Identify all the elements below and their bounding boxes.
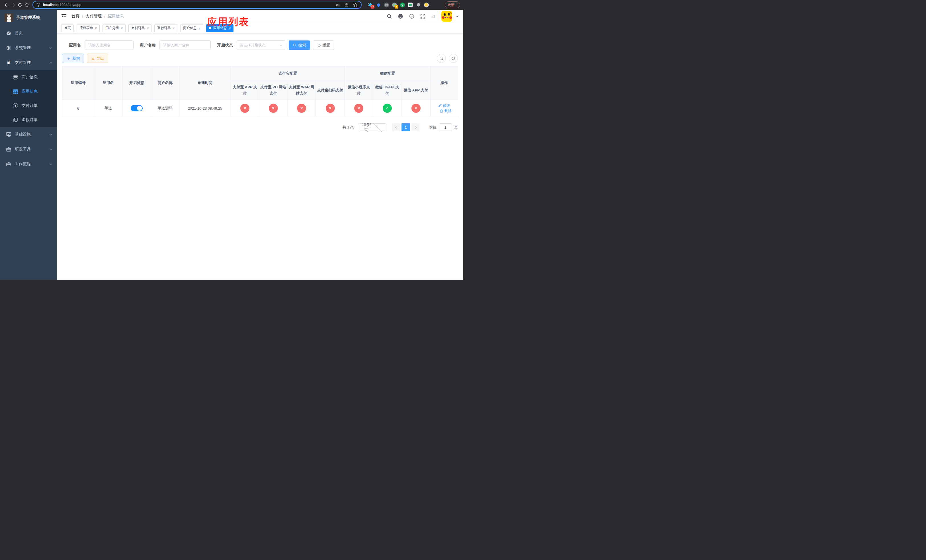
tab-pay-order[interactable]: 支付订单× — [129, 24, 151, 32]
app-logo-row[interactable]: 芋道管理系统 — [0, 10, 57, 26]
help-icon[interactable]: ? — [409, 14, 414, 19]
delete-link[interactable]: 删除 — [440, 108, 452, 114]
app-table: 应用编号 应用名 开启状态 商户名称 创建时间 支付宝配置 微信配置 操作 支付… — [62, 66, 458, 117]
kebab-menu-icon — [457, 3, 458, 6]
status-toggle[interactable] — [131, 105, 143, 111]
add-button[interactable]: ＋ 新增 — [62, 53, 84, 63]
close-icon[interactable]: × — [121, 26, 123, 30]
alipay-wap-status-icon[interactable]: ✕ — [297, 104, 306, 113]
svg-text:?: ? — [411, 15, 413, 18]
sidebar-item-infrastructure[interactable]: 基础设施 — [0, 127, 57, 142]
extension-y-icon[interactable]: y — [400, 2, 405, 8]
fullscreen-icon[interactable] — [420, 14, 425, 19]
sidebar-item-app-info[interactable]: 应用信息 — [0, 84, 57, 98]
font-size-icon[interactable]: тT — [431, 14, 436, 19]
breadcrumb-payment[interactable]: 支付管理 — [86, 14, 101, 19]
merchant-name-input[interactable] — [159, 41, 211, 50]
export-button[interactable]: 导出 — [87, 53, 108, 63]
col-alipay-wap: 支付宝 WAP 网站支付 — [287, 81, 316, 100]
browser-back-icon[interactable] — [3, 2, 10, 8]
tab-merchant-info[interactable]: 商户信息× — [180, 24, 203, 32]
bookmark-star-icon[interactable] — [353, 3, 358, 7]
tab-process-form[interactable]: 流程表单× — [77, 24, 100, 32]
app-logo — [5, 14, 13, 22]
prev-page-button[interactable] — [392, 123, 400, 131]
extension-diamond-icon[interactable]: 10 — [368, 2, 373, 8]
header-search-icon[interactable] — [387, 14, 392, 19]
extension-pin-icon[interactable] — [376, 2, 381, 8]
filter-form: 应用名 商户名称 开启状态 请选择开启状态 搜索 重置 — [62, 41, 458, 50]
tab-user-group[interactable]: 用户分组× — [103, 24, 126, 32]
share-icon[interactable] — [345, 3, 348, 7]
github-icon[interactable] — [398, 14, 403, 19]
sidebar-item-system[interactable]: 系统管理 — [0, 41, 57, 55]
sidebar-item-merchant-info[interactable]: 商户信息 — [0, 70, 57, 84]
documents-icon — [12, 118, 18, 122]
tab-refund-order[interactable]: 退款订单× — [154, 24, 177, 32]
wx-mini-status-icon[interactable]: ✕ — [354, 104, 363, 113]
col-app-name: 应用名 — [94, 67, 123, 100]
col-alipay-app: 支付宝 APP 支付 — [231, 81, 259, 100]
wx-jsapi-status-icon[interactable]: ✓ — [383, 104, 392, 113]
close-icon[interactable]: × — [198, 26, 200, 30]
extensions-puzzle-icon[interactable] — [416, 2, 421, 8]
alipay-pc-status-icon[interactable]: ✕ — [269, 104, 278, 113]
screen: localhost:1024/pay/app 10 ⌘ — [0, 0, 463, 280]
browser-update-menu-button[interactable]: 更新 — [445, 2, 460, 8]
page-number-1[interactable]: 1 — [401, 123, 410, 131]
app-title: 芋道管理系统 — [16, 15, 40, 20]
reset-button[interactable]: 重置 — [313, 41, 334, 50]
search-button[interactable]: 搜索 — [289, 41, 310, 50]
gear-icon — [6, 45, 11, 50]
goto-page-input[interactable] — [439, 123, 452, 131]
site-info-icon[interactable] — [36, 3, 41, 7]
close-icon[interactable]: × — [147, 26, 149, 30]
profile-avatar-icon[interactable] — [424, 2, 429, 8]
alipay-app-status-icon[interactable]: ✕ — [240, 104, 250, 113]
close-icon[interactable]: × — [228, 26, 231, 30]
browser-reload-icon[interactable] — [17, 2, 23, 8]
sidebar-item-workflow[interactable]: 工作流程 — [0, 157, 57, 171]
sidebar-item-home[interactable]: 首页 — [0, 26, 57, 41]
password-key-icon[interactable] — [336, 3, 340, 7]
dashboard-icon — [6, 31, 11, 35]
tab-app-info[interactable]: 应用信息× — [206, 24, 233, 32]
tab-home[interactable]: 首页 — [61, 24, 74, 32]
address-bar[interactable]: localhost:1024/pay/app — [32, 1, 362, 9]
chevron-left-icon — [395, 126, 398, 129]
page-size-select[interactable]: 10条/页 — [358, 123, 386, 131]
app-name-input[interactable] — [85, 41, 133, 50]
extension-command-icon[interactable]: ⌘ — [384, 2, 389, 8]
breadcrumb-home[interactable]: 首页 — [71, 14, 79, 19]
col-actions: 操作 — [431, 67, 458, 100]
col-merchant: 商户名称 — [151, 67, 179, 100]
edit-link[interactable]: 修改 — [438, 103, 450, 108]
wx-app-status-icon[interactable]: ✕ — [412, 104, 421, 113]
browser-toolbar: localhost:1024/pay/app 10 ⌘ — [0, 0, 463, 10]
extension-recorder-icon[interactable]: 1 — [392, 2, 397, 8]
sidebar-collapse-icon[interactable] — [61, 14, 67, 18]
cell-merchant: 芋道源码 — [151, 100, 179, 117]
sidebar-item-pay-order[interactable]: ¥ 支付订单 — [0, 98, 57, 113]
avatar-caret-icon[interactable] — [456, 16, 459, 19]
user-avatar[interactable] — [441, 11, 452, 22]
active-dot-icon — [209, 27, 211, 29]
browser-forward-icon[interactable] — [10, 2, 17, 8]
storefront-icon — [12, 75, 18, 79]
close-icon[interactable]: × — [172, 26, 174, 30]
page-unit-label: 页 — [454, 125, 458, 130]
chevron-right-icon — [414, 126, 416, 129]
browser-home-icon[interactable] — [23, 2, 30, 8]
close-icon[interactable]: × — [95, 26, 97, 30]
toggle-search-button[interactable] — [437, 54, 446, 63]
extension-chat-icon[interactable] — [408, 2, 413, 8]
status-select[interactable]: 请选择开启状态 — [237, 41, 285, 50]
next-page-button[interactable] — [412, 123, 419, 131]
page-content: 应用名 商户名称 开启状态 请选择开启状态 搜索 重置 — [57, 41, 463, 131]
chevron-down-icon — [280, 43, 283, 46]
sidebar-item-payment[interactable]: ¥ 支付管理 — [0, 55, 57, 70]
sidebar-item-dev-tools[interactable]: 研发工具 — [0, 142, 57, 157]
alipay-qr-status-icon[interactable]: ✕ — [326, 104, 335, 113]
refresh-table-button[interactable] — [449, 54, 458, 63]
sidebar-item-refund-order[interactable]: 退款订单 — [0, 113, 57, 127]
